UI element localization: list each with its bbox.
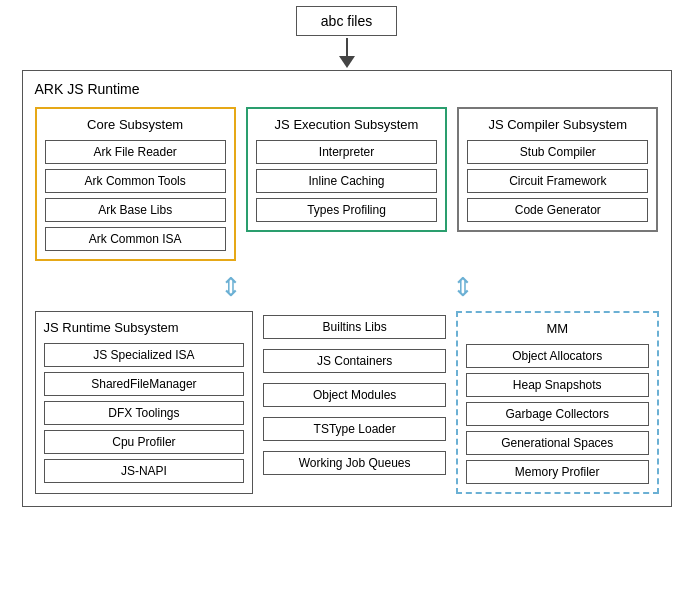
bidirectional-arrow-icon: ⇕	[452, 274, 474, 300]
list-item: TSType Loader	[263, 417, 446, 441]
outer-box: ARK JS Runtime Core Subsystem Ark File R…	[22, 70, 672, 507]
execution-title: JS Execution Subsystem	[256, 117, 437, 132]
double-arrow-right: ⇕	[452, 274, 474, 300]
list-item: Types Profiling	[256, 198, 437, 222]
list-item: Ark Common Tools	[45, 169, 226, 193]
mm-subsystem: MM Object Allocators Heap Snapshots Garb…	[456, 311, 659, 494]
list-item: Builtins Libs	[263, 315, 446, 339]
execution-subsystem: JS Execution Subsystem Interpreter Inlin…	[246, 107, 447, 232]
list-item: Heap Snapshots	[466, 373, 649, 397]
bidirectional-arrow-icon: ⇕	[220, 274, 242, 300]
list-item: Code Generator	[467, 198, 648, 222]
list-item: Memory Profiler	[466, 460, 649, 484]
list-item: DFX Toolings	[44, 401, 245, 425]
list-item: Ark File Reader	[45, 140, 226, 164]
core-title: Core Subsystem	[45, 117, 226, 132]
middle-column: Builtins Libs JS Containers Object Modul…	[263, 311, 446, 494]
runtime-title: JS Runtime Subsystem	[44, 320, 245, 335]
compiler-subsystem: JS Compiler Subsystem Stub Compiler Circ…	[457, 107, 658, 232]
list-item: Stub Compiler	[467, 140, 648, 164]
list-item: Ark Common ISA	[45, 227, 226, 251]
top-label: abc files	[321, 13, 372, 29]
mm-title: MM	[466, 321, 649, 336]
double-arrow-left: ⇕	[220, 274, 242, 300]
compiler-title: JS Compiler Subsystem	[467, 117, 648, 132]
arrow-down	[339, 38, 355, 70]
list-item: Cpu Profiler	[44, 430, 245, 454]
core-subsystem: Core Subsystem Ark File Reader Ark Commo…	[35, 107, 236, 261]
arrows-row: ⇕ ⇕	[35, 269, 659, 305]
list-item: Garbage Collectors	[466, 402, 649, 426]
outer-title: ARK JS Runtime	[35, 81, 659, 97]
runtime-subsystem: JS Runtime Subsystem JS Specialized ISA …	[35, 311, 254, 494]
list-item: Generational Spaces	[466, 431, 649, 455]
list-item: Inline Caching	[256, 169, 437, 193]
list-item: JS-NAPI	[44, 459, 245, 483]
list-item: SharedFileManager	[44, 372, 245, 396]
list-item: Working Job Queues	[263, 451, 446, 475]
bottom-row: JS Runtime Subsystem JS Specialized ISA …	[35, 311, 659, 494]
diagram: abc files ARK JS Runtime Core Subsystem …	[7, 6, 687, 586]
list-item: Interpreter	[256, 140, 437, 164]
list-item: Ark Base Libs	[45, 198, 226, 222]
list-item: Circuit Framework	[467, 169, 648, 193]
list-item: JS Containers	[263, 349, 446, 373]
list-item: Object Modules	[263, 383, 446, 407]
list-item: JS Specialized ISA	[44, 343, 245, 367]
top-box: abc files	[296, 6, 397, 36]
list-item: Object Allocators	[466, 344, 649, 368]
top-row: Core Subsystem Ark File Reader Ark Commo…	[35, 107, 659, 261]
